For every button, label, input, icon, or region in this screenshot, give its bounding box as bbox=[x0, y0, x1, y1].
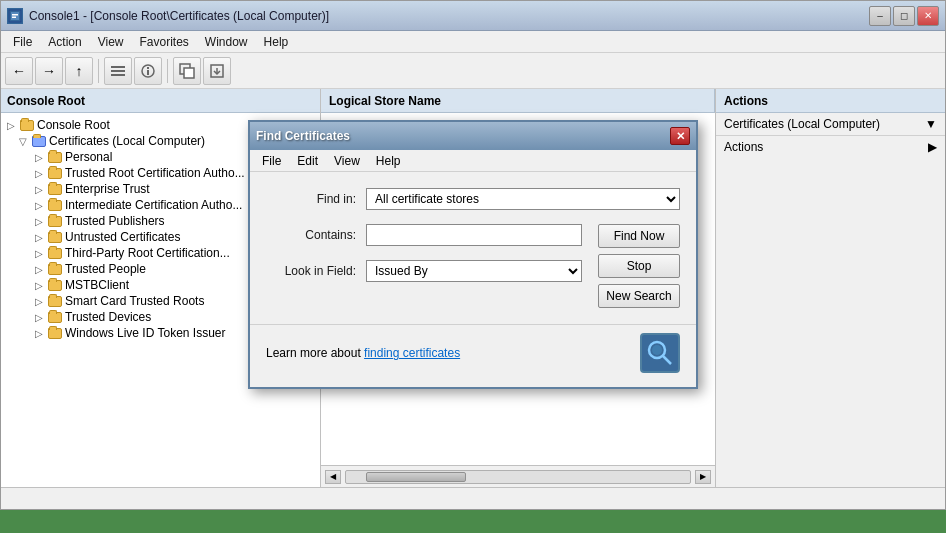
find-now-button[interactable]: Find Now bbox=[598, 224, 680, 248]
certificates-item: Certificates (Local Computer) bbox=[49, 134, 205, 148]
dialog-menu-edit[interactable]: Edit bbox=[289, 152, 326, 170]
folder-icon-trusted-devices bbox=[47, 310, 63, 324]
tree-header: Console Root bbox=[1, 89, 320, 113]
footer-static-text: Learn more about bbox=[266, 346, 361, 360]
scroll-area: ◀ ▶ bbox=[321, 465, 715, 487]
svg-rect-9 bbox=[147, 67, 149, 69]
dialog-menu-file[interactable]: File bbox=[254, 152, 289, 170]
folder-icon-personal bbox=[47, 150, 63, 164]
dialog-menu-help[interactable]: Help bbox=[368, 152, 409, 170]
folder-icon-trusted-pub bbox=[47, 214, 63, 228]
folder-icon-intermediate bbox=[47, 198, 63, 212]
folder-icon-smart-card bbox=[47, 294, 63, 308]
toggle-untrusted[interactable]: ▷ bbox=[33, 231, 45, 243]
inputs-area: Contains: Look in Field: Issued By Issue… bbox=[266, 224, 582, 296]
menu-favorites[interactable]: Favorites bbox=[132, 33, 197, 51]
menu-file[interactable]: File bbox=[5, 33, 40, 51]
toggle-trusted-devices[interactable]: ▷ bbox=[33, 311, 45, 323]
status-bar bbox=[1, 487, 945, 509]
expand-icon[interactable]: ▷ bbox=[5, 119, 17, 131]
actions-subheader[interactable]: Certificates (Local Computer) ▼ bbox=[716, 113, 945, 136]
toggle-intermediate[interactable]: ▷ bbox=[33, 199, 45, 211]
folder-icon-mstbclient bbox=[47, 278, 63, 292]
folder-icon-windows-live bbox=[47, 326, 63, 340]
dialog-menu-view[interactable]: View bbox=[326, 152, 368, 170]
scroll-left-button[interactable]: ◀ bbox=[325, 470, 341, 484]
toggle-smart-card[interactable]: ▷ bbox=[33, 295, 45, 307]
finding-certificates-link[interactable]: finding certificates bbox=[364, 346, 460, 360]
windows-live-label: Windows Live ID Token Issuer bbox=[65, 326, 226, 340]
svg-line-15 bbox=[663, 356, 671, 364]
minimize-button[interactable]: – bbox=[869, 6, 891, 26]
up-button[interactable]: ↑ bbox=[65, 57, 93, 85]
look-in-select[interactable]: Issued By Issued To Subject Thumbprint bbox=[366, 260, 582, 282]
new-search-button[interactable]: New Search bbox=[598, 284, 680, 308]
svg-rect-11 bbox=[184, 68, 194, 78]
dialog-buttons: Find Now Stop New Search bbox=[598, 224, 680, 308]
actions-header: Actions bbox=[716, 89, 945, 113]
smart-card-label: Smart Card Trusted Roots bbox=[65, 294, 204, 308]
title-bar-buttons: – ◻ ✕ bbox=[869, 6, 939, 26]
folder-icon-certs bbox=[31, 134, 47, 148]
toggle-mstbclient[interactable]: ▷ bbox=[33, 279, 45, 291]
dialog-close-button[interactable]: ✕ bbox=[670, 127, 690, 145]
folder-icon-trusted-root bbox=[47, 166, 63, 180]
trusted-publishers-label: Trusted Publishers bbox=[65, 214, 165, 228]
certs-expand-icon[interactable]: ▽ bbox=[17, 135, 29, 147]
actions-items-label: Actions bbox=[724, 140, 763, 154]
svg-rect-5 bbox=[111, 70, 125, 72]
folder-icon-untrusted bbox=[47, 230, 63, 244]
svg-rect-4 bbox=[111, 66, 125, 68]
dialog-body: Find in: All certificate stores Personal… bbox=[250, 172, 696, 320]
menu-view[interactable]: View bbox=[90, 33, 132, 51]
trusted-root-label: Trusted Root Certification Autho... bbox=[65, 166, 245, 180]
close-button[interactable]: ✕ bbox=[917, 6, 939, 26]
toggle-enterprise[interactable]: ▷ bbox=[33, 183, 45, 195]
restore-button[interactable]: ◻ bbox=[893, 6, 915, 26]
untrusted-label: Untrusted Certificates bbox=[65, 230, 180, 244]
svg-rect-2 bbox=[12, 14, 18, 16]
actions-items-row[interactable]: Actions ▶ bbox=[716, 136, 945, 158]
back-button[interactable]: ← bbox=[5, 57, 33, 85]
look-in-wrapper: Issued By Issued To Subject Thumbprint bbox=[366, 260, 582, 282]
dialog-title-bar: Find Certificates ✕ bbox=[250, 122, 696, 150]
toolbar: ← → ↑ bbox=[1, 53, 945, 89]
forward-button[interactable]: → bbox=[35, 57, 63, 85]
dialog-menu-bar: File Edit View Help bbox=[250, 150, 696, 172]
folder-icon-root bbox=[19, 118, 35, 132]
contains-label: Contains: bbox=[266, 228, 366, 242]
toggle-trusted-root[interactable]: ▷ bbox=[33, 167, 45, 179]
export-button[interactable] bbox=[203, 57, 231, 85]
look-in-row: Look in Field: Issued By Issued To Subje… bbox=[266, 260, 582, 282]
toggle-trusted-people[interactable]: ▷ bbox=[33, 263, 45, 275]
logical-store-header: Logical Store Name bbox=[321, 89, 715, 112]
menu-action[interactable]: Action bbox=[40, 33, 89, 51]
dialog-title: Find Certificates bbox=[256, 129, 670, 143]
scroll-right-button[interactable]: ▶ bbox=[695, 470, 711, 484]
toggle-third-party[interactable]: ▷ bbox=[33, 247, 45, 259]
properties-button[interactable] bbox=[134, 57, 162, 85]
menu-window[interactable]: Window bbox=[197, 33, 256, 51]
find-in-label: Find in: bbox=[266, 192, 366, 206]
title-bar: Console1 - [Console Root\Certificates (L… bbox=[1, 1, 945, 31]
find-in-select[interactable]: All certificate stores Personal Trusted … bbox=[366, 188, 680, 210]
enterprise-label: Enterprise Trust bbox=[65, 182, 150, 196]
dialog-search-icon bbox=[640, 333, 680, 373]
toggle-personal[interactable]: ▷ bbox=[33, 151, 45, 163]
contains-input[interactable] bbox=[366, 224, 582, 246]
menu-bar: File Action View Favorites Window Help bbox=[1, 31, 945, 53]
horizontal-scrollbar[interactable] bbox=[345, 470, 691, 484]
toolbar-separator-1 bbox=[98, 59, 99, 83]
actions-items-expand: ▶ bbox=[928, 140, 937, 154]
look-in-label: Look in Field: bbox=[266, 264, 366, 278]
folder-icon-third-party bbox=[47, 246, 63, 260]
stop-button[interactable]: Stop bbox=[598, 254, 680, 278]
column-headers: Logical Store Name bbox=[321, 89, 715, 113]
show-hide-button[interactable] bbox=[104, 57, 132, 85]
actions-expand-icon: ▼ bbox=[925, 117, 937, 131]
toggle-windows-live[interactable]: ▷ bbox=[33, 327, 45, 339]
menu-help[interactable]: Help bbox=[256, 33, 297, 51]
toggle-trusted-pub[interactable]: ▷ bbox=[33, 215, 45, 227]
trusted-devices-label: Trusted Devices bbox=[65, 310, 151, 324]
new-window-button[interactable] bbox=[173, 57, 201, 85]
